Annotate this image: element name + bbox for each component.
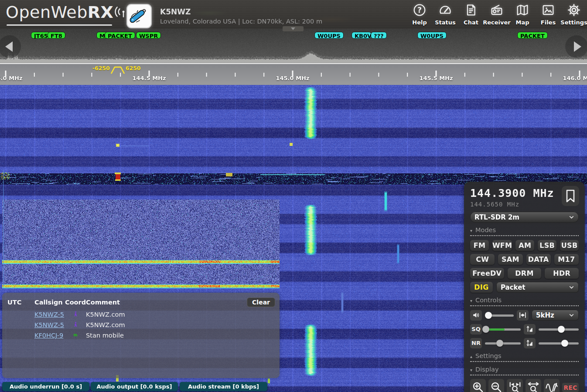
bookmark-wspr[interactable]: WSPR [136,32,161,39]
zoom-full-button[interactable] [526,379,541,392]
nav-chat[interactable]: Chat [461,3,481,26]
coord-cell[interactable] [65,309,86,320]
nav-label: Files [541,19,556,26]
bookmark-packet[interactable]: PACKET [517,32,548,39]
coord-cell[interactable] [65,330,86,341]
zoom-out-button[interactable] [488,379,504,392]
squelch-row: SQ [470,324,579,335]
mode-usb-button[interactable]: USB [560,240,579,251]
logo-underline [7,24,112,26]
digital-mode-select[interactable]: Packet [496,282,579,293]
volume-slider[interactable] [485,310,514,321]
mode-m17-button[interactable]: M17 [554,254,579,265]
section-settings[interactable]: Settings [470,352,579,362]
mode-wfm-button[interactable]: WFM [492,240,512,251]
person-icon [72,311,78,317]
openwebrx-app: -6250 6250 144.0 MHz144.5 MHz145.0 MHz14… [0,0,587,392]
nav-label: Status [435,19,456,26]
mode-hdr-button[interactable]: HDR [545,268,579,279]
noise-reduction-button[interactable]: NR [470,338,482,348]
openwebrx-logo[interactable]: OpenWebRX [6,3,133,22]
squelch-button[interactable]: SQ [470,324,482,335]
nav-label: Map [515,19,529,26]
pan-right-button[interactable] [565,35,587,58]
bandwidth-edit-button[interactable] [517,310,529,321]
zoom-in-button[interactable] [470,379,486,392]
section-controls[interactable]: Controls [470,297,579,306]
audio-status-button[interactable]: Audio underrun [0.0 s] [2,382,89,391]
nav-settings[interactable]: Settings [563,3,584,26]
mode-drm-button[interactable]: DRM [508,268,542,279]
waterfall-min-button[interactable] [524,324,536,335]
noise-reduction-slider[interactable] [485,338,521,348]
bookmark-icon [565,189,576,203]
chevron-down-icon [569,214,574,220]
mode-am-button[interactable]: AM [515,240,534,251]
nav-status[interactable]: Status [435,3,456,26]
section-display[interactable]: Display [470,366,579,375]
receiver-icon [490,3,504,19]
mode-dig-button[interactable]: DIG [470,282,493,293]
nav-map[interactable]: Map [512,3,533,26]
mode-cw-button[interactable]: CW [470,254,495,265]
svg-text:?: ? [417,6,422,14]
frequency-scale[interactable]: -6250 6250 144.0 MHz144.5 MHz145.0 MHz14… [0,64,587,85]
spectrum-toggle-button[interactable] [544,379,560,392]
help-icon: ? [413,3,427,19]
callsign-link[interactable]: KF0HCJ-9 [34,332,63,339]
profile-value: RTL-SDR 2m [474,213,519,221]
arrow-right-icon [574,41,581,52]
arrow-left-icon [5,41,13,52]
nav-help[interactable]: ?Help [409,3,430,26]
scale-label: 145.5 MHz [419,75,453,81]
bandwidth-select[interactable]: 5kHz [532,310,579,321]
receiver-avatar [126,4,152,28]
table-row: K5NWZ-5K5NWZ.com [7,320,125,330]
callsign-link[interactable]: K5NWZ-5 [34,311,64,318]
collapse-arrow-icon [470,354,472,359]
bookmark-kb0v[interactable]: KB0V [352,32,372,39]
bookmark-w0ups[interactable]: W0UPS [417,32,447,39]
coord-cell[interactable] [65,320,86,330]
clear-button[interactable]: Clear [247,297,275,307]
bookmark-???[interactable]: ??? [371,32,387,39]
waterfall-auto-button[interactable] [524,338,536,348]
mode-fm-button[interactable]: FM [470,240,489,251]
bookmark-ft8[interactable]: FT8 [48,32,65,39]
chat-icon [464,3,478,19]
volume-row: 5kHz [470,310,579,321]
section-display-label: Display [475,366,498,373]
mode-freedv-button[interactable]: FreeDV [470,268,504,279]
zoom-bandwidth-button[interactable] [507,379,522,392]
waterfall-auto-slider[interactable] [539,338,579,348]
profile-select[interactable]: RTL-SDR 2m [470,212,579,223]
nav-receiver[interactable]: Receiver [486,3,507,26]
chevron-down-icon [291,27,295,32]
callsign-cell: KF0HCJ-9 [34,330,65,341]
mode-data-button[interactable]: DATA [526,254,551,265]
table-row: K5NWZ-5K5NWZ.com [7,309,125,320]
bookmark-packet[interactable]: PACKET [105,32,135,39]
add-bookmark-button[interactable] [562,186,579,206]
audio-status-button[interactable]: Audio output [0.0 ksps] [91,382,178,391]
dig-row: DIGPacket [470,282,579,293]
panel-collapse-handle[interactable] [283,26,304,31]
top-nav: ?HelpStatusChatReceiverMapFilesSettings [409,3,584,26]
mode-sam-button[interactable]: SAM [498,254,522,265]
section-modes[interactable]: Modes [470,226,579,236]
bandwidth-icon [519,311,527,319]
scale-label: 144.0 MHz [0,75,23,81]
squelch-slider[interactable] [485,324,521,335]
bookmark-w0ups[interactable]: W0UPS [314,32,344,39]
waterfall-min-slider[interactable] [539,324,579,335]
map-icon [515,3,529,19]
spectrum-display[interactable] [0,29,587,64]
nav-files[interactable]: Files [538,3,559,26]
record-button[interactable]: REC [562,383,579,392]
mute-button[interactable] [470,310,482,321]
callsign-link[interactable]: K5NWZ-5 [34,321,64,328]
mode-lsb-button[interactable]: LSB [538,240,556,251]
modes-row: CWSAMDATAM17 [470,254,579,265]
audio-status-button[interactable]: Audio stream [0 kbps] [180,382,267,391]
comment-cell: Stan mobile [86,330,125,341]
